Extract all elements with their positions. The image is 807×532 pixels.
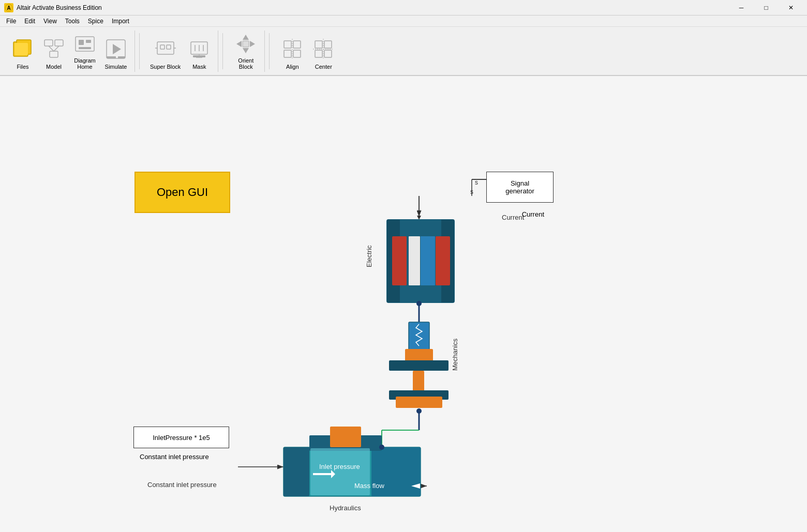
toolbar-group-orient: Orient Block <box>227 31 265 72</box>
svg-rect-42 <box>315 50 322 57</box>
svg-text:Current: Current <box>502 214 525 221</box>
align-label: Align <box>286 64 298 70</box>
menu-edit[interactable]: Edit <box>20 17 39 26</box>
toolbar-group-main: Files Model <box>4 31 135 72</box>
svg-rect-7 <box>50 51 58 57</box>
svg-text:A: A <box>7 5 10 11</box>
orient-block-icon <box>233 33 258 55</box>
model-icon <box>41 37 66 62</box>
maximize-btn[interactable]: □ <box>754 0 778 16</box>
svg-point-73 <box>416 301 422 306</box>
svg-rect-82 <box>283 447 309 496</box>
mask-icon <box>187 37 212 62</box>
svg-rect-72 <box>421 236 435 285</box>
diagram-svg: s <box>0 76 807 532</box>
constant-inlet-label: Constant inlet pressure <box>140 453 209 461</box>
mask-btn[interactable]: Mask <box>185 33 214 72</box>
svg-rect-4 <box>14 43 28 55</box>
svg-rect-18 <box>157 42 174 54</box>
svg-text:s: s <box>475 179 478 186</box>
superblock-btn[interactable]: Super Block <box>148 33 183 72</box>
model-label: Model <box>46 64 62 70</box>
svg-line-8 <box>49 46 54 51</box>
center-btn[interactable]: Center <box>309 33 338 72</box>
svg-text:Hydraulics: Hydraulics <box>330 504 361 512</box>
svg-rect-77 <box>413 371 424 391</box>
svg-marker-32 <box>236 41 242 47</box>
svg-rect-69 <box>392 236 407 285</box>
svg-rect-12 <box>86 40 91 43</box>
svg-text:Electric: Electric <box>365 245 373 267</box>
svg-line-9 <box>54 46 59 51</box>
menu-file[interactable]: File <box>2 17 20 26</box>
mask-label: Mask <box>192 64 206 70</box>
svg-rect-76 <box>389 360 449 371</box>
svg-text:Mass flow: Mass flow <box>354 482 384 490</box>
align-btn[interactable]: Align <box>278 33 307 72</box>
orient-block-label: Orient Block <box>238 57 253 70</box>
menu-view[interactable]: View <box>39 17 61 26</box>
simulate-btn[interactable]: Simulate <box>101 33 130 72</box>
align-icon <box>280 37 305 62</box>
svg-marker-30 <box>243 35 249 40</box>
center-label: Center <box>315 64 332 70</box>
diagram-home-label: Diagram Home <box>74 57 96 70</box>
files-label: Files <box>17 64 28 70</box>
menu-import[interactable]: Import <box>108 17 133 26</box>
svg-rect-43 <box>324 50 332 57</box>
svg-rect-40 <box>315 41 322 48</box>
toolbar: Files Model <box>0 27 807 76</box>
svg-text:Constant inlet pressure: Constant inlet pressure <box>147 481 217 489</box>
app-icon: A <box>4 3 13 12</box>
svg-rect-11 <box>79 40 84 45</box>
menu-tools[interactable]: Tools <box>61 17 84 26</box>
svg-text:Mechanics: Mechanics <box>451 338 459 371</box>
toolbar-group-align: Align Center <box>274 31 342 72</box>
svg-rect-71 <box>409 236 420 285</box>
superblock-label: Super Block <box>150 64 181 70</box>
svg-rect-38 <box>293 50 301 57</box>
minimize-btn[interactable]: ─ <box>729 0 753 16</box>
menu-spice[interactable]: Spice <box>84 17 108 26</box>
titlebar: A Altair Activate Business Edition ─ □ ✕ <box>0 0 807 16</box>
svg-rect-85 <box>330 427 361 447</box>
model-btn[interactable]: Model <box>39 33 68 72</box>
files-icon <box>10 37 35 62</box>
menubar: File Edit View Tools Spice Import <box>0 16 807 27</box>
svg-marker-33 <box>250 41 255 47</box>
diagram-home-btn[interactable]: Diagram Home <box>70 33 99 72</box>
svg-rect-41 <box>324 41 332 48</box>
close-btn[interactable]: ✕ <box>779 0 803 16</box>
app-title: Altair Activate Business Edition <box>17 4 102 11</box>
svg-marker-31 <box>243 48 249 53</box>
canvas-area[interactable]: s <box>0 76 807 532</box>
svg-rect-17 <box>118 56 125 58</box>
current-label: Current <box>522 210 544 218</box>
diagram-home-icon <box>72 33 97 55</box>
svg-rect-37 <box>284 50 291 57</box>
window-controls: ─ □ ✕ <box>729 0 803 16</box>
simulate-icon <box>103 37 128 62</box>
svg-point-80 <box>416 408 422 414</box>
svg-rect-13 <box>79 47 91 49</box>
center-icon <box>311 37 336 62</box>
svg-rect-36 <box>293 41 301 48</box>
files-btn[interactable]: Files <box>8 33 37 72</box>
signal-generator-block[interactable]: Signal generator <box>486 172 554 203</box>
svg-rect-70 <box>436 236 450 285</box>
open-gui-block[interactable]: Open GUI <box>134 172 230 213</box>
svg-rect-74 <box>409 322 429 351</box>
svg-rect-6 <box>55 40 63 46</box>
svg-rect-19 <box>160 45 165 49</box>
svg-marker-63 <box>417 216 421 220</box>
svg-text:Inlet pressure: Inlet pressure <box>319 463 360 470</box>
svg-text:s: s <box>470 188 473 195</box>
svg-rect-20 <box>167 45 171 49</box>
constant-inlet-block[interactable]: InletPressure * 1e5 <box>133 427 229 448</box>
svg-marker-15 <box>113 44 121 54</box>
svg-rect-67 <box>400 220 441 235</box>
toolbar-group-blocks: Super Block Mask <box>144 31 218 72</box>
svg-rect-68 <box>400 287 441 302</box>
svg-point-91 <box>379 445 384 450</box>
orient-block-btn[interactable]: Orient Block <box>231 33 260 72</box>
